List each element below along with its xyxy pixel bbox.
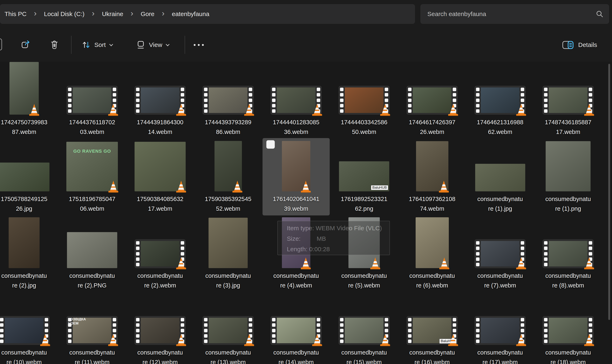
file-tile[interactable]: GO RAVENS GO 17518196785047 06.webm <box>58 141 126 216</box>
file-tile[interactable]: BaluHUB consumedbynatu re (16).webm <box>398 294 466 364</box>
breadcrumb-local-disk[interactable]: Local Disk (C:) <box>42 9 86 19</box>
file-name: consumedbynatu re (5).webm <box>330 271 398 290</box>
thumbnail-area <box>330 64 398 115</box>
file-tile[interactable]: РОЗВІДКА НОЕМ consumedbynatu re (11).web… <box>58 294 126 364</box>
file-name-line1: 17614020641041 <box>262 194 330 204</box>
file-tile[interactable]: 17444391864300 14.webm <box>126 64 194 139</box>
file-tile[interactable]: consumedbynatu re (7).webm <box>466 218 534 293</box>
file-tile[interactable]: consumedbynatu re (2).jpg <box>0 218 58 293</box>
video-frame <box>413 88 451 113</box>
details-button[interactable]: Details <box>559 36 600 54</box>
file-tile[interactable]: 17444393793289 86.webm <box>194 64 262 139</box>
tooltip-length: Length: 0:00:28 <box>287 244 389 254</box>
file-tile[interactable]: 17464617426397 26.webm <box>398 64 466 139</box>
vertical-scrollbar[interactable] <box>608 64 610 320</box>
file-name-line2: re (2).PNG <box>58 281 126 290</box>
file-tile[interactable]: consumedbynatu re (14).webm <box>262 294 330 364</box>
thumbnail-area <box>194 218 262 268</box>
file-tile[interactable]: consumedbynatu re (17).webm <box>466 294 534 364</box>
sort-button[interactable]: Sort <box>78 36 115 54</box>
filmstrip-holes <box>136 241 139 266</box>
vlc-cone-icon <box>176 180 186 193</box>
vlc-cone-icon <box>439 180 449 193</box>
breadcrumb-eatenbyfauna[interactable]: eatenbyfauna <box>170 9 211 19</box>
file-tile[interactable]: BaluHUB 17619892523321 62.png <box>330 141 398 216</box>
filmstrip-holes <box>340 318 344 343</box>
file-tile[interactable]: 17487436185887 17.webm <box>534 64 602 139</box>
file-thumbnail <box>271 86 322 115</box>
details-pane-icon <box>562 40 575 50</box>
see-more-button[interactable] <box>191 36 207 54</box>
address-bar[interactable]: This PC › Local Disk (C:) › Ukraine › Go… <box>0 4 415 24</box>
file-name: consumedbynatu re (18).webm <box>534 348 602 364</box>
file-tile[interactable]: 17590385392545 52.webm <box>194 141 262 216</box>
breadcrumb-ukraine[interactable]: Ukraine <box>100 9 125 19</box>
share-button[interactable] <box>18 36 35 54</box>
file-tile[interactable]: consumedbynatu re (18).webm <box>534 294 602 364</box>
file-name-line1: consumedbynatu <box>398 271 466 281</box>
search-input[interactable] <box>427 11 596 17</box>
video-frame <box>481 88 519 113</box>
file-tile[interactable]: 17641097362108 74.webm <box>398 141 466 216</box>
file-name: consumedbynatu re (1).jpg <box>466 194 534 214</box>
file-thumbnail <box>0 316 50 345</box>
file-name-line2: 39.webm <box>262 204 330 214</box>
file-name-line1: consumedbynatu <box>0 271 58 281</box>
breadcrumb-gore[interactable]: Gore <box>139 9 157 19</box>
file-tile[interactable]: consumedbynatu re (10).webm <box>0 294 58 364</box>
file-thumbnail <box>542 316 594 345</box>
file-name: consumedbynatu re (4).webm <box>262 271 330 290</box>
file-name: consumedbynatu re (10).webm <box>0 348 58 364</box>
toolbar-divider <box>71 36 71 54</box>
file-tile[interactable]: 17590384085632 17.webm <box>126 141 194 216</box>
file-name-line2: re (3).jpg <box>194 281 262 290</box>
file-tile[interactable]: consumedbynatu re (12).webm <box>126 294 194 364</box>
file-tile[interactable]: consumedbynatu re (15).webm <box>330 294 398 364</box>
file-thumbnail <box>282 141 310 191</box>
file-thumbnail <box>339 86 390 115</box>
file-tile[interactable]: 17424750739983 87.webm <box>0 64 58 139</box>
thumbnail-area <box>0 141 58 191</box>
filmstrip-holes <box>68 88 71 113</box>
vlc-cone-icon <box>380 103 390 116</box>
file-name-line2: re (11).webm <box>58 357 126 364</box>
file-name: consumedbynatu re (14).webm <box>262 348 330 364</box>
view-button[interactable]: View <box>133 36 172 54</box>
file-name-line2: re (15).webm <box>330 357 398 364</box>
file-tile[interactable]: consumedbynatu re (3).jpg <box>194 218 262 293</box>
file-name-line2: 62.png <box>330 204 398 214</box>
file-name-line1: 17590384085632 <box>126 194 194 204</box>
selection-checkbox[interactable] <box>266 140 275 149</box>
file-tile[interactable]: consumedbynatu re (6).webm <box>398 218 466 293</box>
file-name-line1: 17487436185887 <box>534 117 602 127</box>
file-tile[interactable]: consumedbynatu re (13).webm <box>194 294 262 364</box>
file-tile[interactable]: consumedbynatu re (2).webm <box>126 218 194 293</box>
file-tile[interactable]: consumedbynatu re (8).webm <box>534 218 602 293</box>
video-frame <box>277 318 316 343</box>
filmstrip-holes <box>408 88 412 113</box>
vlc-cone-icon <box>40 333 51 347</box>
file-tile[interactable]: 17614020641041 39.webm <box>262 141 330 216</box>
thumbnail-area: BaluHUB <box>398 294 466 345</box>
breadcrumb-this-pc[interactable]: This PC <box>2 9 29 19</box>
file-tile[interactable]: 17444376118702 03.webm <box>58 64 126 139</box>
file-tile[interactable]: consumedbynatu re (1).jpg <box>466 141 534 216</box>
chevron-down-icon <box>109 42 113 46</box>
file-tile[interactable]: 17444403342586 50.webm <box>330 64 398 139</box>
file-tile[interactable]: consumedbynatu re (1).png <box>534 141 602 216</box>
file-tile[interactable]: 17444401283085 36.webm <box>262 64 330 139</box>
file-name-line1: 17444401283085 <box>262 117 330 127</box>
file-tile[interactable]: 17505788249125 26.jpg <box>0 141 58 216</box>
clipped-toolbar-icon[interactable] <box>0 39 2 51</box>
search-icon[interactable] <box>596 10 604 18</box>
file-tile[interactable]: consumedbynatu re (2).PNG <box>58 218 126 293</box>
search-box[interactable] <box>420 4 609 24</box>
file-name: consumedbynatu re (12).webm <box>126 348 194 364</box>
delete-button[interactable] <box>46 36 63 54</box>
file-thumbnail <box>546 141 591 191</box>
video-frame <box>73 88 111 113</box>
tooltip-item-type: Item type: WEBM Video File (VLC) <box>287 223 389 233</box>
vlc-cone-icon <box>584 333 595 347</box>
thumbnail-area <box>398 141 466 191</box>
file-tile[interactable]: 17464621316988 62.webm <box>466 64 534 139</box>
